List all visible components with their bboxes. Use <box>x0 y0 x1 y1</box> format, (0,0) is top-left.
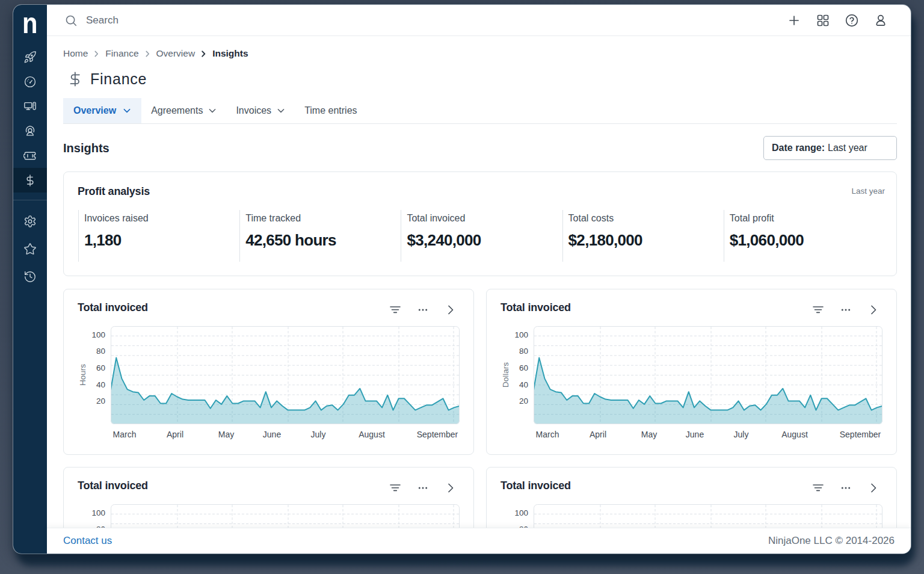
svg-text:40: 40 <box>96 380 105 389</box>
svg-text:September: September <box>417 430 458 439</box>
svg-text:May: May <box>641 430 657 439</box>
svg-text:August: August <box>359 430 385 439</box>
svg-text:May: May <box>218 430 234 439</box>
svg-text:100: 100 <box>91 508 105 517</box>
svg-text:100: 100 <box>514 330 528 339</box>
svg-text:April: April <box>590 430 606 439</box>
svg-text:April: April <box>167 430 183 439</box>
svg-text:100: 100 <box>91 330 105 339</box>
svg-text:July: July <box>734 430 749 439</box>
svg-text:Dollars: Dollars <box>501 362 510 387</box>
svg-text:June: June <box>263 430 282 439</box>
svg-text:September: September <box>840 430 881 439</box>
svg-text:August: August <box>781 430 808 439</box>
svg-text:60: 60 <box>519 363 528 372</box>
svg-text:80: 80 <box>96 347 105 356</box>
svg-text:40: 40 <box>519 380 528 389</box>
svg-text:March: March <box>113 430 137 439</box>
svg-text:March: March <box>536 430 559 439</box>
svg-text:20: 20 <box>96 397 105 406</box>
svg-text:100: 100 <box>514 508 528 517</box>
svg-text:80: 80 <box>519 347 528 356</box>
svg-text:Hours: Hours <box>78 364 87 386</box>
svg-text:June: June <box>686 430 704 439</box>
svg-text:July: July <box>311 430 326 439</box>
svg-text:20: 20 <box>519 397 528 406</box>
svg-text:60: 60 <box>96 363 105 372</box>
